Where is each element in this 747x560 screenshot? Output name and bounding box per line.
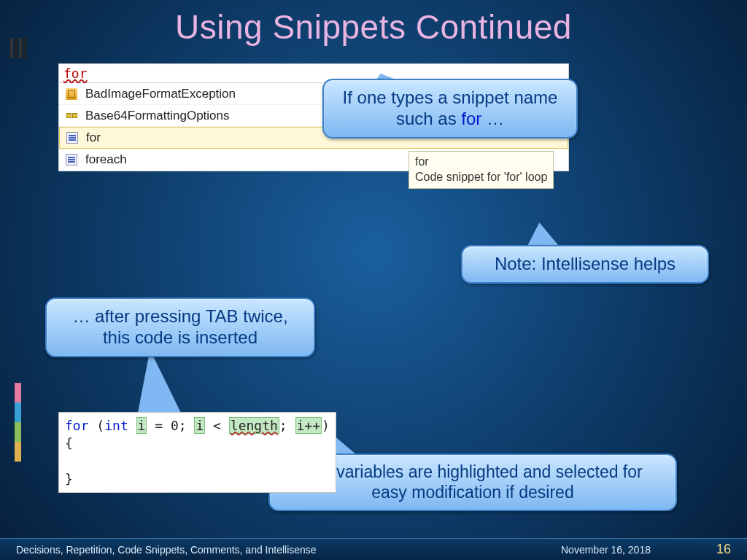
callout-snippet-name: If one types a snippet name such as for … — [322, 79, 578, 139]
dropdown-item-label: Base64FormattingOptions — [85, 109, 230, 123]
code-line: { — [65, 435, 330, 452]
decorative-stripes — [10, 38, 28, 61]
highlight-var: i++ — [295, 417, 322, 434]
callout-tail — [137, 349, 185, 416]
class-icon — [63, 86, 80, 102]
dropdown-item-label: for — [86, 131, 101, 145]
highlight-var: i — [136, 417, 147, 434]
code-line: } — [65, 470, 330, 488]
page-number: 16 — [716, 542, 731, 557]
slide: Using Snippets Continued for BadImageFor… — [0, 0, 747, 560]
intellisense-tooltip: for Code snippet for 'for' loop — [409, 151, 554, 189]
snippet-icon — [63, 152, 80, 168]
slide-title: Using Snippets Continued — [0, 7, 747, 47]
footer-title: Decisions, Repetition, Code Snippets, Co… — [16, 544, 561, 556]
code-panel: for (int i = 0; i < length; i++) { } — [58, 412, 336, 493]
tooltip-title: for — [415, 155, 547, 170]
footer-date: November 16, 2018 — [561, 544, 651, 556]
dropdown-item-label: BadImageFormatException — [85, 87, 236, 101]
enum-icon — [63, 108, 80, 124]
highlight-var: length — [229, 417, 279, 434]
code-line: for (int i = 0; i < length; i++) — [65, 417, 330, 435]
tooltip-desc: Code snippet for 'for' loop — [415, 170, 547, 185]
callout-tab-twice: … after pressing TAB twice, this code is… — [45, 298, 315, 357]
callout-intellisense-helps: Note: Intellisense helps — [461, 245, 709, 284]
snippet-icon — [64, 130, 80, 146]
code-line — [65, 453, 330, 470]
highlight-var: i — [194, 417, 205, 434]
footer: Decisions, Repetition, Code Snippets, Co… — [0, 538, 747, 560]
dropdown-item-label: foreach — [85, 152, 127, 167]
color-bars — [15, 383, 21, 462]
